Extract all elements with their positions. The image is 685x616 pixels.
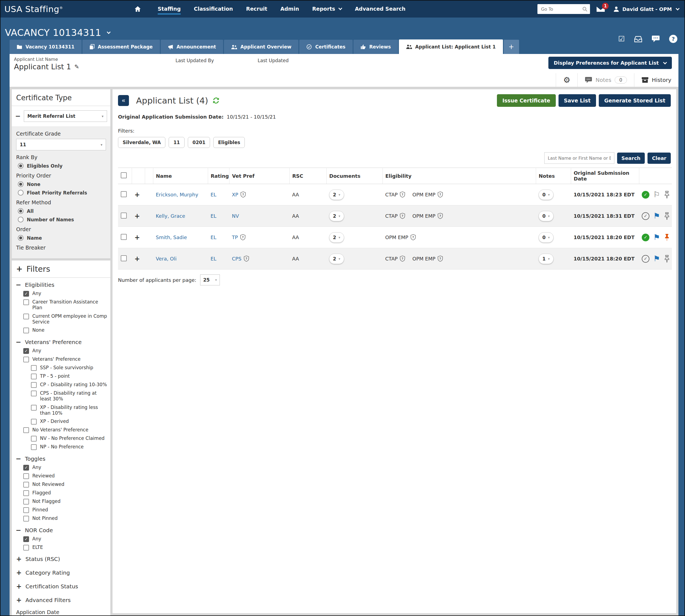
filter-checkbox-item[interactable]: XP - Derived [31,419,108,424]
radio-option[interactable]: Float Priority Referrals [18,190,106,196]
flag-icon[interactable] [653,234,660,241]
nav-item-recruit[interactable]: Recruit [246,4,267,15]
shield-question-icon[interactable]: ? [244,256,249,262]
applicant-name-link[interactable]: Vera, Oli [156,256,177,262]
vacancy-title[interactable]: VACANCY 10134311 [5,27,110,38]
history-button[interactable]: History [634,73,679,87]
filter-checkbox-item[interactable]: CPS - Disability rating at least 30% [31,390,108,402]
expand-row-button[interactable]: + [134,212,140,220]
veterans-preference-header[interactable]: −Veterans' Preference [16,339,108,345]
shield-question-icon[interactable]: ? [437,213,443,219]
rating-link[interactable]: EL [210,213,216,219]
documents-dropdown[interactable]: 2▾ [329,232,344,243]
collapsed-filter-header[interactable]: +Advanced Filters [12,593,110,607]
row-checkbox[interactable] [121,234,127,240]
filter-checkbox-item[interactable]: Any [23,291,108,296]
pin-icon[interactable] [664,212,670,220]
eligibilities-header[interactable]: −Eligibilities [16,282,108,288]
home-icon[interactable] [134,5,141,13]
filter-checkbox-item[interactable]: None [23,327,108,333]
filter-checkbox-item[interactable]: Flagged [23,490,108,496]
nav-item-admin[interactable]: Admin [280,4,299,15]
tab-assessment-package[interactable]: Assessment Package [83,40,160,54]
issue-certificate-button[interactable]: Issue Certificate [497,94,556,107]
row-checkbox[interactable] [121,191,127,197]
expand-row-button[interactable]: + [134,255,140,263]
reviewed-toggle-icon[interactable] [642,191,649,199]
pin-icon[interactable] [664,255,670,263]
radio-option[interactable]: Name [18,235,106,241]
add-tab-button[interactable]: + [504,40,519,54]
filter-checkbox-item[interactable]: TP - 5 - point [31,373,108,379]
documents-dropdown[interactable]: 2▾ [329,254,344,264]
clear-button[interactable]: Clear [647,153,671,164]
rating-link[interactable]: EL [210,192,216,197]
nav-item-reports[interactable]: Reports [312,4,342,15]
help-icon[interactable]: ? [669,35,677,43]
notes-dropdown[interactable]: 0▾ [539,190,554,200]
tab-certificates[interactable]: Certificates [299,40,352,54]
search-button[interactable]: Search [617,153,645,164]
nav-item-staffing[interactable]: Staffing [158,4,181,15]
nor-code-header[interactable]: −NOR Code [16,527,108,533]
shield-question-icon[interactable]: ? [241,192,246,198]
refresh-icon[interactable] [212,96,220,105]
reviewed-toggle-icon[interactable] [642,212,649,220]
radio-option[interactable]: Eligibles Only [18,163,106,169]
flag-icon[interactable] [653,255,660,263]
certificate-grade-select[interactable]: 11▾ [16,139,106,150]
filter-checkbox-item[interactable]: No Veterans' Preference [23,427,108,433]
filter-checkbox-item[interactable]: NV - No Preference Claimed [31,436,108,442]
pin-icon[interactable] [664,191,670,199]
edit-icon[interactable]: ✎ [74,64,79,70]
nav-item-advanced-search[interactable]: Advanced Search [355,4,406,15]
expand-row-button[interactable]: + [134,234,140,241]
radio-option[interactable]: None [18,181,106,187]
row-checkbox[interactable] [121,255,127,261]
display-preferences-button[interactable]: Display Preferences for Applicant List [548,57,672,69]
applicant-name-link[interactable]: Erickson, Murphy [156,192,198,197]
filter-checkbox-item[interactable]: Any [23,464,108,470]
nav-item-classification[interactable]: Classification [194,4,233,15]
tab-announcement[interactable]: Announcement [161,40,223,54]
tasks-icon[interactable]: ☑ [618,35,625,43]
filter-checkbox-item[interactable]: Not Flagged [23,499,108,505]
search-icon[interactable] [582,6,588,12]
collapse-section-icon[interactable]: − [15,113,21,119]
applicant-name-link[interactable]: Kelly, Grace [156,213,185,219]
tab-applicant-overview[interactable]: Applicant Overview [224,40,298,54]
shield-question-icon[interactable]: ? [437,192,443,198]
reviewed-toggle-icon[interactable] [642,255,649,263]
filter-checkbox-item[interactable]: Reviewed [23,473,108,479]
certificate-type-select[interactable]: Merit Referral List▾ [24,110,107,122]
filter-checkbox-item[interactable]: Veterans' Preference [23,356,108,362]
settings-button[interactable]: ⚙ [556,73,577,87]
filter-checkbox-item[interactable]: Any [23,536,108,542]
mail-icon[interactable]: 1 [596,5,607,13]
collapse-sidebar-button[interactable]: « [118,95,129,106]
filter-checkbox-item[interactable]: ELTE [23,545,108,551]
shield-question-icon[interactable]: ? [240,234,246,241]
filter-checkbox-item[interactable]: Not Reviewed [23,482,108,487]
collapsed-filter-header[interactable]: +Category Rating [12,566,110,579]
documents-dropdown[interactable]: 2▾ [329,211,344,221]
save-list-button[interactable]: Save List [558,94,596,107]
inbox-icon[interactable] [634,35,642,42]
user-menu[interactable]: David Glatt - OPM [613,6,679,12]
notes-button[interactable]: Notes 0 [577,73,634,87]
filter-checkbox-item[interactable]: Not Pinned [23,515,108,522]
tab-vacancy[interactable]: Vacancy 10134311 [9,40,82,54]
notes-dropdown[interactable]: 0▾ [539,211,554,221]
reviewed-toggle-icon[interactable] [642,234,649,241]
shield-question-icon[interactable]: ? [437,256,443,262]
filter-checkbox-item[interactable]: NP - No Preference [31,444,108,450]
shield-question-icon[interactable]: ? [400,256,405,262]
expand-row-button[interactable]: + [134,191,140,199]
filter-checkbox-item[interactable]: Pinned [23,507,108,513]
documents-dropdown[interactable]: 2▾ [329,190,344,200]
row-checkbox[interactable] [121,213,127,219]
notes-dropdown[interactable]: 1▾ [539,254,554,264]
collapsed-filter-header[interactable]: +Certification Status [12,579,110,593]
flag-icon[interactable] [653,212,660,220]
flag-icon[interactable] [653,191,660,199]
